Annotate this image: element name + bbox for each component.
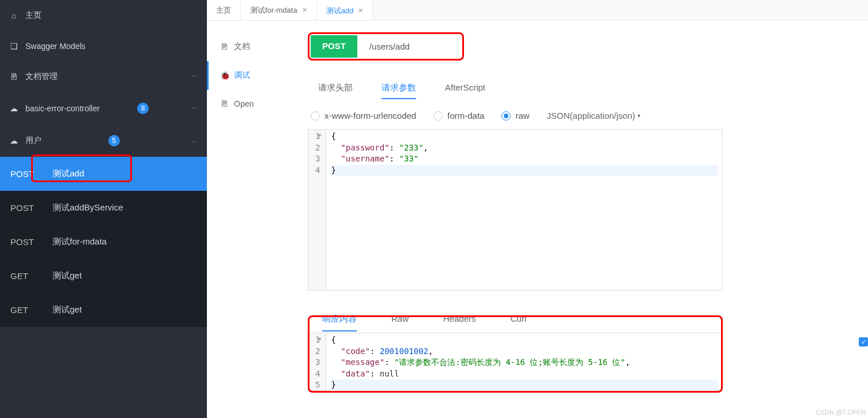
watermark: CSDN @T-OPEN — [816, 409, 866, 416]
chevron-up-icon: ︿ — [191, 136, 198, 146]
api-item-formdata[interactable]: POST 测试for-mdata — [0, 225, 207, 259]
nav-docs[interactable]: 🖹 文档管理 ﹀ — [0, 61, 207, 92]
doc-icon: 🖹 — [220, 42, 228, 51]
fold-icon[interactable]: ▼ — [318, 132, 321, 140]
close-icon[interactable]: ✕ — [302, 6, 307, 14]
home-icon: ⌂ — [9, 11, 18, 20]
resp-tab-headers[interactable]: Headers — [443, 308, 476, 332]
radio-circle-icon — [501, 111, 511, 120]
api-method: POST — [10, 237, 36, 247]
nav-home-label: 主页 — [25, 10, 41, 21]
chevron-down-icon: ﹀ — [191, 72, 198, 82]
tab-add[interactable]: 测试add ✕ — [317, 0, 373, 20]
debug-panel: POST /users/add 请求头部 请求参数 AfterScript x-… — [285, 21, 868, 418]
subtab-headers[interactable]: 请求头部 — [318, 78, 353, 99]
tab-home-label: 主页 — [216, 5, 231, 16]
subtab-afterscript[interactable]: AfterScript — [445, 78, 485, 99]
line-gutter: 1▼ 2 3 4 5 — [308, 333, 326, 390]
resp-tab-content[interactable]: 响应内容 — [322, 308, 357, 332]
nav-basic-error[interactable]: ☁ basic-error-controller 8 ﹀ — [0, 92, 207, 125]
lm-open[interactable]: 🖹 Open — [207, 90, 285, 118]
highlight-box: POST /users/add — [308, 32, 464, 61]
resp-tab-curl[interactable]: Curl — [511, 308, 527, 332]
nav-docs-label: 文档管理 — [25, 71, 58, 82]
nav-user[interactable]: ☁ 用户 5 ︿ — [0, 125, 207, 157]
main-panel: 主页 测试for-mdata ✕ 测试add ✕ 🖹 文档 🐞 调试 — [207, 0, 868, 418]
cloud-icon: ☁ — [9, 104, 18, 113]
left-menu: 🖹 文档 🐞 调试 🖹 Open — [207, 21, 285, 418]
body-type-radios: x-www-form-urlencoded form-data raw JSON… — [308, 111, 868, 120]
content-type-select[interactable]: JSON(application/json) ▾ — [547, 111, 640, 120]
api-method: POST — [10, 169, 36, 179]
api-name: 测试addByService — [52, 202, 123, 213]
nav-home[interactable]: ⌂ 主页 — [0, 0, 207, 31]
api-item-get2[interactable]: GET 测试get — [0, 293, 207, 327]
tab-formdata[interactable]: 测试for-mdata ✕ — [241, 0, 317, 20]
code-area[interactable]: { "code": 2001001002, "message": "请求参数不合… — [326, 333, 722, 390]
tab-home[interactable]: 主页 — [207, 0, 241, 20]
radio-circle-icon — [433, 111, 443, 120]
response-tabs: 响应内容 Raw Headers Curl — [308, 308, 868, 332]
lm-doc[interactable]: 🖹 文档 — [207, 32, 285, 61]
response-body-editor[interactable]: 1▼ 2 3 4 5 { "code": 2001001002, "messag… — [308, 333, 723, 390]
lm-debug[interactable]: 🐞 调试 — [207, 61, 285, 90]
radio-form-data[interactable]: form-data — [433, 111, 484, 120]
resp-tab-raw[interactable]: Raw — [391, 308, 409, 332]
badge-user: 5 — [108, 135, 120, 146]
api-method: POST — [10, 203, 36, 213]
nav-basic-error-label: basic-error-controller — [25, 104, 100, 113]
content-type-label: JSON(application/json) — [547, 111, 635, 120]
radio-raw[interactable]: raw — [501, 111, 529, 120]
url-path[interactable]: /users/add — [357, 35, 461, 58]
radio-label: raw — [515, 111, 529, 120]
bug-icon: 🐞 — [220, 71, 228, 80]
chevron-down-icon: ﹀ — [191, 104, 198, 114]
nav-swagger-label: Swagger Models — [25, 42, 85, 51]
cube-icon: ❑ — [9, 42, 18, 51]
doc-icon: 🖹 — [9, 72, 18, 81]
api-method: GET — [10, 271, 36, 281]
nav-swagger-models[interactable]: ❑ Swagger Models — [0, 31, 207, 61]
nav-user-label: 用户 — [25, 135, 41, 146]
subtab-params[interactable]: 请求参数 — [382, 78, 416, 99]
radio-form-urlencoded[interactable]: x-www-form-urlencoded — [311, 111, 416, 120]
api-method: GET — [10, 305, 36, 315]
radio-label: x-www-form-urlencoded — [324, 111, 416, 120]
api-item-get1[interactable]: GET 测试get — [0, 259, 207, 293]
lm-doc-label: 文档 — [234, 42, 250, 52]
line-gutter: 1▼ 2 3 4 — [308, 130, 326, 290]
chevron-down-icon: ▾ — [637, 112, 640, 119]
api-name: 测试add — [52, 168, 84, 179]
tab-label: 测试add — [326, 6, 354, 16]
close-icon[interactable]: ✕ — [358, 7, 363, 14]
http-method-badge: POST — [311, 35, 357, 58]
request-body-editor[interactable]: 1▼ 2 3 4 { "password": "233", "username"… — [308, 129, 723, 291]
cloud-icon: ☁ — [9, 136, 18, 145]
lm-open-label: Open — [234, 99, 254, 108]
sidebar: ⌂ 主页 ❑ Swagger Models 🖹 文档管理 ﹀ ☁ basic-e… — [0, 0, 207, 418]
lm-debug-label: 调试 — [234, 70, 250, 81]
api-name: 测试get — [52, 270, 82, 281]
radio-label: form-data — [447, 111, 484, 120]
radio-circle-icon — [311, 111, 320, 120]
api-name: 测试for-mdata — [52, 236, 107, 247]
request-subtabs: 请求头部 请求参数 AfterScript — [308, 78, 868, 99]
fold-icon[interactable]: ▼ — [318, 336, 321, 343]
code-area[interactable]: { "password": "233", "username": "33" } — [326, 130, 722, 290]
api-item-add[interactable]: POST 测试add — [0, 157, 207, 191]
api-item-addbyservice[interactable]: POST 测试addByService — [0, 191, 207, 225]
api-name: 测试get — [52, 304, 82, 315]
tab-label: 测试for-mdata — [250, 5, 297, 16]
tab-bar: 主页 测试for-mdata ✕ 测试add ✕ — [207, 0, 868, 21]
open-icon: 🖹 — [220, 99, 228, 108]
badge-basic-error: 8 — [137, 103, 149, 114]
